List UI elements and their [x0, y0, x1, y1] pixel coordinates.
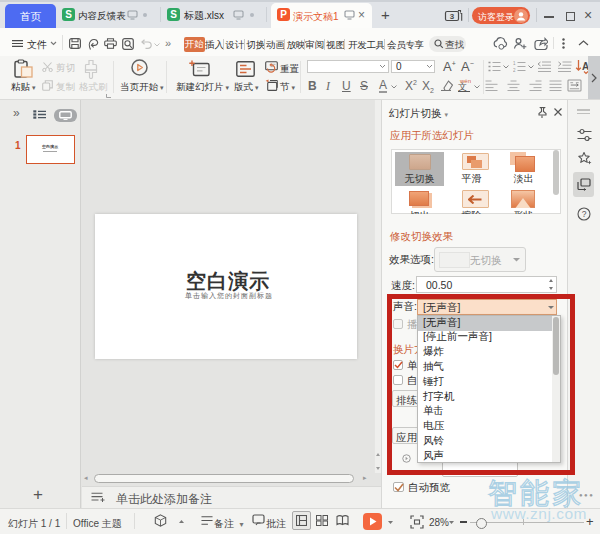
svg-text:2: 2 — [513, 68, 516, 72]
svg-text:1: 1 — [513, 61, 516, 66]
svg-text:?: ? — [582, 209, 587, 219]
svg-text:文: 文 — [458, 82, 467, 92]
svg-text:3: 3 — [450, 12, 455, 21]
